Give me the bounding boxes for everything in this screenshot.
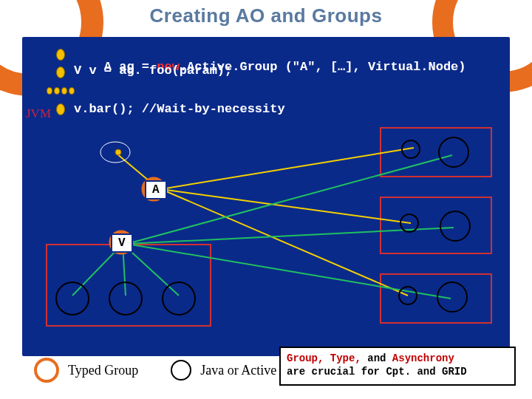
bullet-icon [56, 103, 65, 115]
ellipsis-icon [47, 87, 75, 95]
code-line-3: v.bar(); //Wait-by-necessity [74, 102, 285, 116]
group-a-label: A [145, 180, 167, 200]
bullet-icon [56, 49, 65, 61]
legend: Typed Group Java or Active Object [34, 358, 316, 383]
node-box [380, 127, 492, 177]
ao-swatch-icon [171, 360, 191, 381]
node-box [380, 273, 492, 324]
node-box [380, 197, 492, 254]
jvm-label: JVM [26, 106, 51, 121]
slide-title: Creating AO and Groups [0, 4, 532, 27]
code-line-2: V v = ag. foo(param); [74, 64, 232, 78]
group-v-label: V [111, 233, 133, 253]
slide-root: Creating AO and Groups JVM A ag = new.Ac… [0, 0, 532, 399]
typed-group-swatch-icon [34, 358, 59, 383]
footer-note: Group, Type, and Asynchrony are crucial … [279, 347, 516, 386]
node-box [46, 244, 211, 327]
bullet-icon [56, 66, 65, 78]
legend-typed-group: Typed Group [68, 363, 138, 378]
